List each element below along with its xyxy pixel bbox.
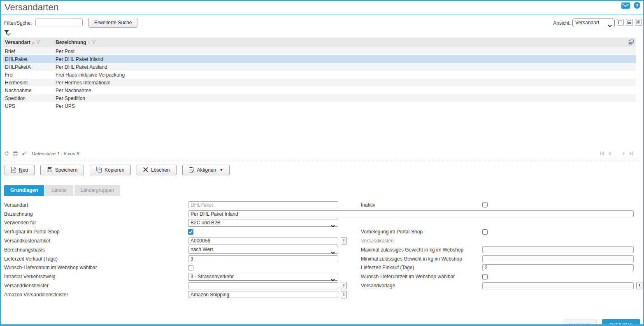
column-header-bezeichnung[interactable]: Bezeichnung [56,40,636,45]
field-label: Intrastat Verkehrszweig [4,274,188,279]
field-label: Versandkostenartikel [4,238,188,244]
field-label: Vorbelegung im Portal-Shop [361,229,482,235]
detail-tabs: Grundlagen Länder Ländergruppen [4,185,120,196]
chevron-down-icon [331,249,335,256]
save-icon [47,167,52,173]
versanddienstleister-field[interactable] [188,282,338,289]
actions-clipboard-icon [189,167,194,174]
dialog-buttons: Speichern Schließen [564,319,640,326]
last-page-icon[interactable] [629,151,633,156]
field-label: Bezeichnung [4,211,188,217]
lookup-button[interactable]: ! [341,282,347,289]
field-label: Versandart [4,202,188,208]
ansicht-label: Ansicht: [553,20,571,26]
page-ellipsis: ... [615,151,618,156]
max-gewicht-field[interactable] [482,246,634,253]
prev-page-icon[interactable] [608,151,611,156]
sort-asc-icon [32,40,35,45]
search-input[interactable] [35,19,83,26]
tab-grundlagen[interactable]: Grundlagen [4,185,44,196]
field-label: Wunsch-Lieferuhrzeit im Webshop wählbar [361,274,482,279]
view-buttons [617,19,642,26]
new-button[interactable]: Neu [5,165,35,175]
versandkostenartikel-field[interactable] [188,238,338,244]
lieferzeit-einkauf-field[interactable] [482,264,634,271]
versandart-field[interactable] [188,201,338,208]
column-chooser-icon[interactable] [628,40,634,46]
filter-funnel-icon[interactable] [36,40,40,45]
tab-laender[interactable]: Länder [45,185,73,196]
shipping-methods-table: Versandart Bezeichnung BriefPer Post DHL… [3,37,636,110]
copy-button[interactable]: Kopieren [90,165,131,175]
save-button[interactable]: Speichern [40,165,84,175]
field-label: Verwenden für [4,220,188,226]
table-row[interactable]: FreiFrei Haus inklusive Verpackung [3,71,636,79]
bezeichnung-field[interactable] [188,210,634,217]
filter-active-icon[interactable] [4,30,11,36]
field-label: Inaktiv [361,202,482,208]
inaktiv-checkbox[interactable] [482,202,488,207]
close-button[interactable]: Schließen [602,319,640,326]
mail-icon[interactable] [621,2,630,9]
view-list-icon[interactable] [617,19,624,26]
table-row[interactable]: SpeditionPer Spedition [3,94,636,102]
page-title: Versandarten [5,2,58,13]
divider [3,161,641,161]
view-split-icon[interactable] [626,19,633,26]
column-header-versandart[interactable]: Versandart [3,40,56,45]
field-label: Lieferzeit Einkauf (Tage) [361,265,482,270]
svg-text:?: ? [636,3,639,8]
field-label: Wunsch-Lieferdatum im Webshop wählbar [4,265,188,270]
lookup-button[interactable]: ! [341,291,347,298]
lieferzeit-verkauf-field[interactable] [188,255,338,262]
verwenden-fuer-select[interactable]: B2C und B2B [188,219,338,227]
wunsch-lieferuhrzeit-checkbox[interactable] [482,274,488,279]
lookup-button[interactable]: ! [341,237,347,244]
verfuegbar-portal-checkbox[interactable] [188,229,193,235]
filter-funnel-icon[interactable] [92,40,96,45]
linked-records-icon[interactable] [22,151,27,156]
copy-icon [96,167,102,174]
field-label: Minimal zulässiges Gewicht in kg im Webs… [361,256,482,262]
view-detail-icon[interactable] [635,19,642,26]
tab-laendergruppen[interactable]: Ländergruppen [74,185,120,196]
new-document-icon [11,167,16,174]
ansicht-select[interactable]: Versandart [572,19,615,27]
delete-x-icon [143,167,148,173]
help-icon[interactable]: ? [634,2,640,9]
versandvorlage-field[interactable] [482,282,634,289]
wunsch-lieferdatum-checkbox[interactable] [188,265,193,270]
berechnungsbasis-select[interactable]: nach Wert [188,246,338,254]
record-actions: Neu Speichern Kopieren Löschen Aktionen … [5,165,230,175]
table-row[interactable]: NachnahmePer Nachnahme [3,86,636,94]
delete-button[interactable]: Löschen [137,165,176,175]
print-icon[interactable] [13,151,18,156]
vorbelegung-portal-checkbox[interactable] [482,229,488,235]
refresh-icon[interactable] [4,151,9,156]
first-page-icon[interactable] [600,151,604,156]
lookup-button[interactable]: ! [636,282,642,289]
table-row[interactable]: BriefPer Post [3,47,636,55]
intrastat-select[interactable]: 3 - Strassenverkehr [188,273,338,281]
field-label: Berechnungsbasis [4,247,188,253]
versandkosten-group-label: Versandkosten [361,238,482,244]
next-page-icon[interactable] [622,151,625,156]
ansicht-value: Versandart [575,20,599,26]
toolbar: Filter/Suche: Erweiterte Suche Ansicht: … [1,17,643,29]
table-row-selected[interactable]: DHLPaketPer DHL Paket Inland [3,55,636,63]
table-row[interactable]: DHLPaketAPer DHL Paket Ausland [3,63,636,71]
statusbar: Datensätze 1 - 8 von 8 ... [1,149,643,159]
table-row[interactable]: HermesIntPer Hermes International [3,79,636,86]
sort-icon [88,40,91,45]
actions-menu-button[interactable]: Aktionen ▼ [182,165,230,175]
save-bottom-button[interactable]: Speichern [564,319,597,326]
amazon-versanddienstleister-field[interactable] [188,291,338,298]
field-label: Verfügbar im Portal-Shop [4,229,188,235]
records-count: Datensätze 1 - 8 von 8 [32,151,79,156]
advanced-search-button[interactable]: Erweiterte Suche [88,18,137,28]
table-row[interactable]: UPSPer UPS [3,102,636,110]
field-label: Amazon Versanddienstleister [4,292,188,298]
min-gewicht-field[interactable] [482,255,634,262]
field-label: Versanddienstleister [4,283,188,289]
chevron-down-icon [608,22,612,30]
